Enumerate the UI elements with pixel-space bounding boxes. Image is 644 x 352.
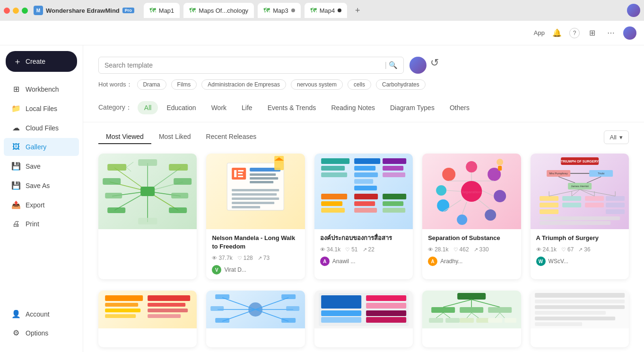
- svg-rect-98: [606, 196, 625, 201]
- sidebar: ＋ Create ⊞ Workbench 📁 Local Files ☁ Clo…: [0, 45, 83, 352]
- card-stats-3: 👁 28.1k ♡ 462 ↗ 330: [428, 246, 515, 253]
- hot-tag-nervous[interactable]: nervous system: [291, 79, 343, 90]
- sidebar-export-label: Export: [26, 201, 44, 209]
- hot-tag-drama[interactable]: Drama: [137, 79, 166, 90]
- svg-line-156: [500, 313, 505, 318]
- cat-education[interactable]: Education: [160, 101, 202, 114]
- cat-diagram-types[interactable]: Diagram Types: [383, 101, 441, 114]
- tab-maps-psychology[interactable]: 🗺 Maps Of...chology: [183, 3, 254, 18]
- sort-most-viewed[interactable]: Most Viewed: [98, 130, 151, 144]
- card-triumph[interactable]: TRIUMPH OF SURGERY Mrs Pumphrey Tricki J…: [531, 154, 629, 279]
- more-icon[interactable]: ⋯: [604, 26, 618, 40]
- hot-tag-administracion[interactable]: Administracion de Empresas: [201, 79, 286, 90]
- stat-likes-4: ♡ 67: [561, 246, 574, 253]
- sidebar-item-save[interactable]: 💾 Save: [4, 157, 79, 175]
- tab-map1[interactable]: 🗺 Map1: [144, 3, 180, 18]
- filter-dropdown[interactable]: All ▾: [604, 130, 629, 144]
- svg-r2-5: [531, 291, 629, 328]
- svg-rect-160: [535, 300, 625, 303]
- svg-rect-138: [366, 310, 406, 316]
- svg-rect-10: [140, 187, 155, 196]
- grid-icon[interactable]: ⊞: [585, 26, 599, 40]
- svg-rect-158: [505, 318, 516, 323]
- sidebar-item-workbench[interactable]: ⊞ Workbench: [4, 80, 79, 98]
- cat-others[interactable]: Others: [443, 101, 476, 114]
- svg-line-108: [580, 189, 615, 196]
- card-mindmap-large[interactable]: [98, 154, 197, 279]
- app-button[interactable]: App: [534, 29, 545, 36]
- create-button[interactable]: ＋ Create: [6, 51, 77, 72]
- card-thumb-r2-3: [314, 291, 413, 328]
- cat-events[interactable]: Events & Trends: [261, 101, 323, 114]
- sidebar-item-local-files[interactable]: 📁 Local Files: [4, 99, 79, 118]
- cat-all[interactable]: All: [138, 101, 158, 114]
- svg-line-76: [446, 190, 461, 191]
- refresh-icon[interactable]: ↺: [430, 57, 439, 74]
- sidebar-item-save-as[interactable]: 💾 Save As: [4, 176, 79, 195]
- sidebar-item-print[interactable]: 🖨 Print: [4, 215, 79, 233]
- svg-rect-58: [383, 208, 405, 213]
- svg-rect-33: [232, 189, 279, 191]
- eye-icon-1: 👁: [212, 255, 217, 261]
- card-row2-5[interactable]: [531, 291, 629, 347]
- tab-map3[interactable]: 🗺 Map3: [258, 3, 301, 18]
- save-icon: 💾: [11, 162, 21, 171]
- stat-shares-3: ↗ 330: [474, 246, 489, 253]
- svg-rect-14: [107, 207, 125, 213]
- tab-map4[interactable]: 🗺 Map4: [305, 3, 348, 18]
- svg-rect-26: [238, 170, 244, 172]
- svg-line-74: [462, 202, 467, 215]
- search-icon[interactable]: 🔍: [389, 61, 398, 69]
- svg-rect-113: [105, 309, 140, 312]
- maximize-btn[interactable]: [22, 8, 28, 14]
- sort-recent[interactable]: Recent Releases: [199, 130, 264, 144]
- card-separation[interactable]: Separation: [422, 154, 521, 279]
- svg-rect-91: [540, 196, 558, 201]
- card-row2-1[interactable]: [98, 291, 197, 347]
- card-row2-4[interactable]: [422, 291, 521, 347]
- share-icon-2: ↗: [363, 247, 367, 253]
- new-tab-button[interactable]: +: [351, 4, 364, 17]
- user-avatar-gallery[interactable]: [409, 57, 426, 74]
- card-row2-3[interactable]: [314, 291, 413, 347]
- stat-shares-1: ↗ 73: [258, 255, 270, 261]
- author-avatar-4: W: [536, 257, 546, 266]
- cat-work[interactable]: Work: [205, 101, 233, 114]
- tab-map3-label: Map3: [273, 7, 288, 14]
- close-btn[interactable]: [4, 8, 10, 14]
- filter-label: All: [610, 134, 617, 141]
- card-row2-2[interactable]: [206, 291, 305, 347]
- svg-point-78: [496, 159, 503, 165]
- card-nelson-mandela[interactable]: Nelson Mandela - Long Walk to Freedom 👁 …: [206, 154, 305, 279]
- svg-rect-47: [383, 158, 406, 164]
- main-layout: ＋ Create ⊞ Workbench 📁 Local Files ☁ Clo…: [0, 45, 644, 352]
- svg-rect-126: [216, 294, 230, 299]
- sidebar-item-account[interactable]: 👤 Account: [4, 305, 79, 323]
- help-icon[interactable]: ?: [569, 28, 580, 38]
- hot-tag-carbo[interactable]: Carbohydrates: [376, 79, 426, 90]
- card-thai[interactable]: องค์ประกอบของการสื่อสาร 👁 34.1k ♡ 51 ↗: [314, 154, 413, 279]
- svg-line-73: [479, 200, 490, 209]
- sidebar-item-export[interactable]: 📤 Export: [4, 196, 79, 214]
- sidebar-item-options[interactable]: ⚙ Options: [4, 324, 79, 342]
- options-icon: ⚙: [11, 328, 21, 337]
- views-count-3: 28.1k: [435, 246, 448, 253]
- minimize-btn[interactable]: [13, 8, 19, 14]
- hot-tag-cells[interactable]: cells: [348, 79, 371, 90]
- user-avatar-header[interactable]: [623, 26, 636, 40]
- hot-tag-films[interactable]: Films: [171, 79, 197, 90]
- bell-icon[interactable]: 🔔: [550, 26, 564, 40]
- svg-rect-99: [606, 203, 625, 207]
- svg-rect-30: [250, 173, 276, 176]
- sidebar-item-cloud-files[interactable]: ☁ Cloud Files: [4, 119, 79, 137]
- search-input[interactable]: [104, 61, 383, 69]
- sidebar-item-gallery[interactable]: 🖼 Gallery: [4, 138, 79, 156]
- cat-life[interactable]: Life: [235, 101, 259, 114]
- svg-line-155: [495, 313, 500, 318]
- svg-rect-39: [321, 158, 349, 164]
- user-avatar-titlebar[interactable]: [627, 4, 640, 17]
- sort-most-liked[interactable]: Most Liked: [151, 130, 199, 144]
- cat-reading-notes[interactable]: Reading Notes: [324, 101, 382, 114]
- svg-rect-79: [498, 166, 502, 171]
- svg-rect-93: [540, 209, 558, 214]
